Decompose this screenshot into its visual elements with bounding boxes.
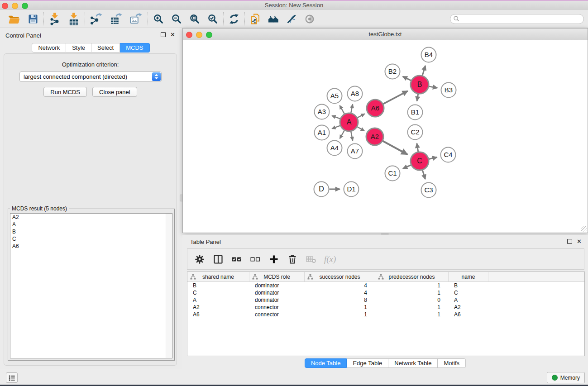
edge-C-C3[interactable] [422,170,425,179]
edge-B-B1[interactable] [417,94,418,101]
export-image-button[interactable] [130,13,143,25]
table-cell[interactable]: 0 [375,297,449,303]
close-panel-button[interactable]: Close panel [92,87,137,97]
tab-mcds[interactable]: MCDS [120,43,149,52]
table-cell[interactable]: 1 [305,311,375,318]
edge-C-C4[interactable] [429,157,437,159]
table-cell[interactable]: dominator [249,297,305,303]
deselect-all-columns-button[interactable] [250,254,261,265]
show-hide-button[interactable] [304,14,315,24]
table-cell[interactable]: 1 [375,290,449,296]
edge-B-B2[interactable] [403,76,411,81]
edge-A-A5[interactable] [339,105,344,114]
edge-A-A3[interactable] [332,116,340,119]
tab-node-table[interactable]: Node Table [305,358,347,368]
criterion-select[interactable]: largest connected component (directed) [19,71,162,82]
edge-A-A4[interactable] [340,130,344,138]
edge-A-A8[interactable] [351,104,353,113]
table-cell[interactable]: A [187,297,249,303]
table-cell[interactable]: connector [249,304,305,310]
run-mcds-button[interactable]: Run MCDS [43,87,87,97]
column-header-successor-nodes[interactable]: successor nodes [305,272,375,281]
zoom-in-button[interactable] [153,14,164,24]
search-input[interactable] [460,14,583,24]
edge-C-C2[interactable] [417,143,418,152]
close-table-panel-icon[interactable]: ✕ [577,239,582,244]
add-column-button[interactable] [268,254,279,265]
refresh-button[interactable] [229,14,239,24]
table-cell[interactable]: A6 [187,311,249,318]
mcds-result-item[interactable]: A6 [10,243,172,250]
table-cell[interactable]: C [187,290,249,296]
table-cell[interactable]: 1 [375,311,449,318]
zoom-selected-button[interactable] [207,14,218,24]
table-row[interactable]: A6connector11A6 [187,311,584,318]
float-table-panel-icon[interactable] [567,239,572,244]
edge-A-A7[interactable] [351,132,353,141]
table-cell[interactable]: connector [249,311,305,318]
edge-A2-C[interactable] [383,141,407,155]
export-network-button[interactable] [90,13,103,25]
mcds-result-item[interactable]: C [10,235,172,243]
column-header-MCDS-role[interactable]: MCDS role [249,272,305,281]
mcds-result-item[interactable]: A [10,221,172,228]
tab-network-table[interactable]: Network Table [388,358,438,368]
table-cell[interactable]: dominator [249,290,305,296]
settings-gear-button[interactable] [194,254,205,265]
memory-button[interactable]: Memory [547,372,585,383]
network-canvas[interactable]: B4B2BB3A5A8A6B1A3AA1C2A2A4A7CC4C1C3DD1 [183,40,588,233]
edge-A6-B[interactable] [383,91,408,104]
column-header-predecessor-nodes[interactable]: predecessor nodes [375,272,449,281]
table-cell[interactable]: dominator [249,282,305,289]
tab-select[interactable]: Select [91,43,120,52]
zoom-out-button[interactable] [171,14,182,24]
close-panel-icon[interactable]: ✕ [170,32,175,37]
zoom-fit-button[interactable] [189,14,200,24]
column-manager-button[interactable] [213,254,224,265]
edge-B-B3[interactable] [429,86,438,88]
delete-column-button[interactable] [287,254,298,265]
open-session-button[interactable] [8,13,20,25]
mcds-result-item[interactable]: A2 [10,214,172,221]
table-cell[interactable]: B [449,282,488,289]
search-field[interactable] [450,14,584,24]
table-cell[interactable]: 4 [305,282,375,289]
table-cell[interactable]: B [187,282,249,289]
table-row[interactable]: Cdominator41C [187,289,584,296]
tab-motifs[interactable]: Motifs [438,358,466,368]
table-cell[interactable]: 4 [305,290,375,296]
select-all-columns-button[interactable] [231,254,242,265]
float-panel-icon[interactable] [161,32,166,37]
table-cell[interactable]: A2 [187,304,249,310]
list-scrollbar[interactable] [166,214,172,358]
edge-A-A2[interactable] [357,127,364,131]
edge-B-B4[interactable] [422,66,425,76]
table-cell[interactable]: C [449,290,488,296]
column-header-name[interactable]: name [449,272,488,281]
tab-network[interactable]: Network [32,43,66,52]
task-history-button[interactable] [6,372,18,383]
table-cell[interactable]: A2 [449,304,488,310]
column-header-shared-name[interactable]: shared name [187,272,249,281]
edge-A-A6[interactable] [358,114,365,118]
table-cell[interactable]: 1 [305,304,375,310]
hide-graphics-details-button[interactable] [286,14,297,24]
table-cell[interactable]: A6 [449,311,488,318]
home-button[interactable] [268,14,279,24]
tab-style[interactable]: Style [66,43,91,52]
table-cell[interactable]: 8 [305,297,375,303]
edge-A-A1[interactable] [332,126,340,129]
table-cell[interactable]: 1 [375,304,449,310]
edge-C-C1[interactable] [403,165,411,169]
export-table-button[interactable] [110,13,123,25]
table-row[interactable]: Bdominator41B [187,282,584,289]
save-session-button[interactable] [28,14,38,24]
table-cell[interactable]: A [449,297,488,303]
import-network-button[interactable] [49,13,61,25]
table-cell[interactable]: 1 [375,282,449,289]
tab-edge-table[interactable]: Edge Table [347,358,388,368]
mcds-result-item[interactable]: B [10,228,172,235]
window-resize-grip[interactable] [581,226,587,232]
import-table-button[interactable] [68,13,80,25]
duplicate-network-button[interactable] [250,14,261,24]
